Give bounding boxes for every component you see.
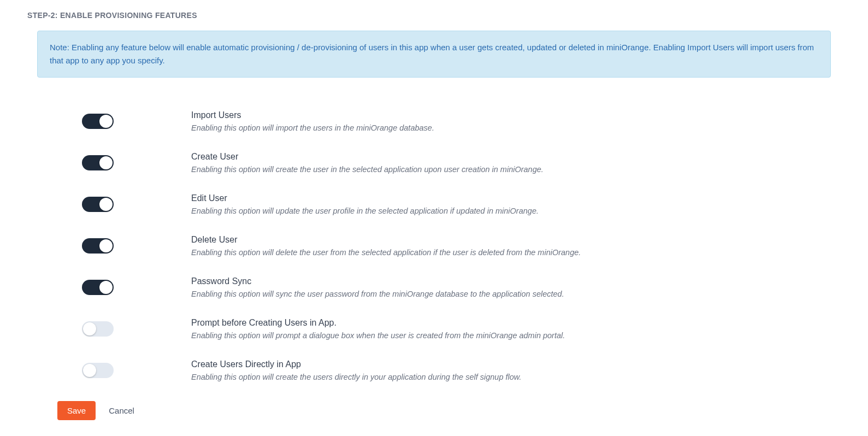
toggle-wrapper [82, 276, 191, 295]
feature-desc: Enabling this option will prompt a dialo… [191, 331, 841, 340]
feature-text: Delete User Enabling this option will de… [191, 235, 841, 257]
feature-row-import-users: Import Users Enabling this option will i… [82, 110, 841, 132]
feature-desc: Enabling this option will sync the user … [191, 290, 841, 298]
toggle-prompt-before-creating[interactable] [82, 321, 114, 337]
feature-text: Create Users Directly in App Enabling th… [191, 360, 841, 381]
feature-title: Create Users Directly in App [191, 360, 841, 369]
feature-title: Edit User [191, 193, 841, 203]
feature-row-password-sync: Password Sync Enabling this option will … [82, 276, 841, 298]
feature-desc: Enabling this option will create the use… [191, 165, 841, 174]
toggle-wrapper [82, 110, 191, 129]
feature-title: Password Sync [191, 276, 841, 286]
toggle-create-user[interactable] [82, 155, 114, 170]
toggle-knob [99, 281, 113, 294]
toggle-create-users-directly[interactable] [82, 363, 114, 378]
feature-text: Prompt before Creating Users in App. Ena… [191, 318, 841, 340]
toggle-import-users[interactable] [82, 114, 114, 129]
feature-title: Delete User [191, 235, 841, 245]
toggle-knob [99, 198, 113, 211]
toggle-wrapper [82, 152, 191, 170]
feature-title: Import Users [191, 110, 841, 120]
step-title: STEP-2: ENABLE PROVISIONING FEATURES [27, 11, 841, 20]
toggle-password-sync[interactable] [82, 280, 114, 295]
save-button[interactable]: Save [57, 401, 96, 420]
feature-row-create-user: Create User Enabling this option will cr… [82, 152, 841, 174]
toggle-knob [99, 239, 113, 252]
toggle-wrapper [82, 318, 191, 337]
feature-title: Create User [191, 152, 841, 162]
feature-desc: Enabling this option will update the use… [191, 207, 841, 215]
feature-desc: Enabling this option will create the use… [191, 373, 841, 381]
cancel-button[interactable]: Cancel [109, 406, 134, 415]
info-note: Note: Enabling any feature below will en… [37, 31, 831, 78]
toggle-edit-user[interactable] [82, 197, 114, 212]
toggle-knob [99, 115, 113, 128]
toggle-wrapper [82, 235, 191, 254]
actions: Save Cancel [27, 401, 841, 420]
toggle-wrapper [82, 360, 191, 378]
feature-row-create-users-directly: Create Users Directly in App Enabling th… [82, 360, 841, 381]
feature-text: Edit User Enabling this option will upda… [191, 193, 841, 215]
toggle-delete-user[interactable] [82, 238, 114, 254]
toggle-knob [83, 322, 96, 335]
feature-text: Create User Enabling this option will cr… [191, 152, 841, 174]
toggle-knob [99, 156, 113, 169]
feature-text: Password Sync Enabling this option will … [191, 276, 841, 298]
feature-row-prompt-before-creating: Prompt before Creating Users in App. Ena… [82, 318, 841, 340]
feature-row-delete-user: Delete User Enabling this option will de… [82, 235, 841, 257]
feature-desc: Enabling this option will delete the use… [191, 248, 841, 257]
feature-title: Prompt before Creating Users in App. [191, 318, 841, 328]
feature-row-edit-user: Edit User Enabling this option will upda… [82, 193, 841, 215]
feature-text: Import Users Enabling this option will i… [191, 110, 841, 132]
toggle-knob [83, 364, 96, 377]
feature-desc: Enabling this option will import the use… [191, 123, 841, 132]
features-list: Import Users Enabling this option will i… [27, 110, 841, 381]
toggle-wrapper [82, 193, 191, 212]
